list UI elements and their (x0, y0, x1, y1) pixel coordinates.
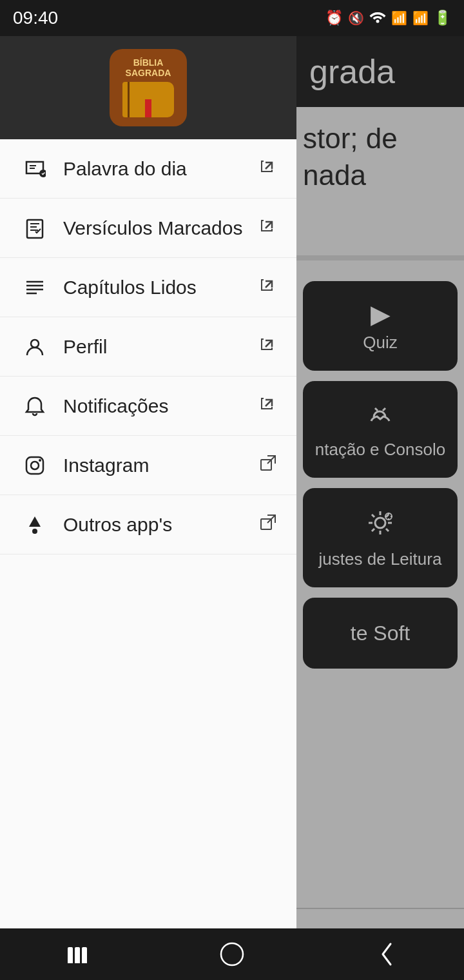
menu-link-icon-perfil (259, 335, 277, 358)
menu-icon-capitulos (19, 277, 50, 299)
menu-item-instagram[interactable]: Instagram (0, 436, 296, 495)
drawer-header: BÍBLIA SAGRADA (0, 36, 296, 139)
signal2-icon: 📶 (412, 10, 429, 26)
drawer: BÍBLIA SAGRADA Palavra do dia (0, 36, 296, 928)
svg-point-7 (31, 462, 39, 469)
bottom-nav (0, 928, 464, 980)
drawer-menu: Palavra do dia Versículos Marcados (0, 139, 296, 928)
svg-point-8 (39, 459, 41, 462)
menu-link-icon-notificacoes (259, 395, 277, 417)
status-icons: ⏰ 🔇 📶 📶 🔋 (325, 9, 451, 27)
nav-back-button[interactable] (361, 928, 412, 980)
menu-item-notificacoes[interactable]: Notificações (0, 377, 296, 436)
svg-rect-13 (75, 947, 80, 963)
nav-home-button[interactable] (206, 928, 258, 980)
app-logo-book (122, 82, 174, 117)
menu-label-perfil: Perfil (63, 336, 259, 358)
menu-icon-outros (19, 514, 50, 536)
menu-label-palavra: Palavra do dia (63, 158, 259, 180)
menu-icon-versiculos (19, 217, 50, 239)
menu-item-palavra-do-dia[interactable]: Palavra do dia (0, 139, 296, 199)
menu-link-icon-versiculos (259, 217, 277, 239)
wifi-icon (369, 9, 386, 27)
svg-rect-12 (68, 947, 73, 963)
menu-label-instagram: Instagram (63, 455, 259, 476)
app-logo-text: BÍBLIA SAGRADA (126, 58, 171, 78)
app-logo-ribbon (145, 99, 151, 117)
app-logo: BÍBLIA SAGRADA (110, 49, 187, 126)
menu-icon-perfil (19, 336, 50, 358)
menu-item-perfil[interactable]: Perfil (0, 317, 296, 377)
menu-icon-notificacoes (19, 395, 50, 417)
menu-link-icon-capitulos (259, 276, 277, 299)
status-time: 09:40 (13, 8, 58, 28)
menu-icon-instagram (19, 455, 50, 476)
menu-label-capitulos: Capítulos Lidos (63, 277, 259, 299)
svg-rect-15 (221, 943, 243, 965)
menu-item-versiculos[interactable]: Versículos Marcados (0, 199, 296, 258)
mute-icon: 🔇 (348, 10, 364, 26)
svg-point-10 (32, 529, 37, 534)
svg-point-5 (31, 340, 39, 348)
menu-icon-palavra (19, 158, 50, 180)
menu-link-icon-palavra (259, 157, 277, 180)
menu-external-icon-outros (259, 513, 277, 536)
svg-rect-14 (82, 947, 87, 963)
menu-item-capitulos[interactable]: Capítulos Lidos (0, 258, 296, 317)
menu-item-outros-apps[interactable]: Outros app's (0, 495, 296, 554)
alarm-icon: ⏰ (325, 10, 343, 26)
menu-label-outros: Outros app's (63, 514, 259, 536)
svg-point-0 (376, 20, 380, 23)
nav-menu-button[interactable] (52, 928, 103, 980)
menu-external-icon-instagram (259, 454, 277, 476)
status-bar: 09:40 ⏰ 🔇 📶 📶 🔋 (0, 0, 464, 36)
signal1-icon: 📶 (391, 10, 407, 26)
menu-label-notificacoes: Notificações (63, 395, 259, 417)
menu-label-versiculos: Versículos Marcados (63, 217, 259, 239)
battery-icon: 🔋 (434, 10, 451, 26)
